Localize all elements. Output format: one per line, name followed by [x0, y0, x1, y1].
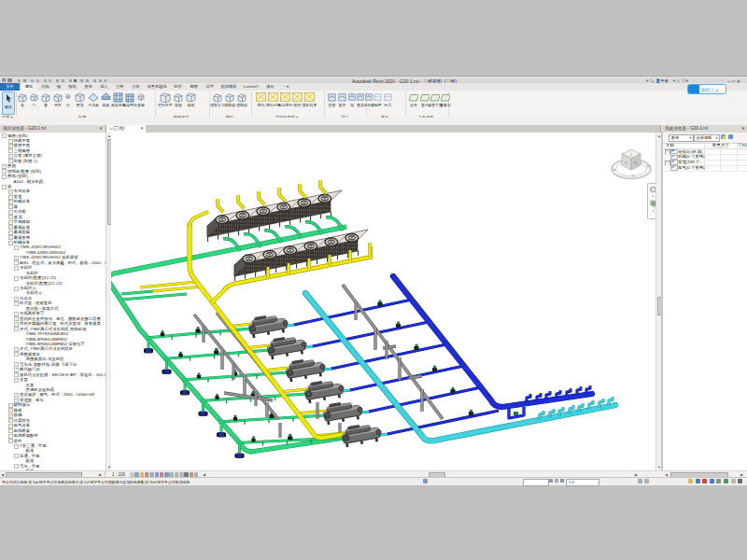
svg-text:前: 前	[625, 161, 629, 165]
svg-text:上: 上	[629, 152, 634, 157]
svg-text:右: 右	[634, 160, 639, 165]
